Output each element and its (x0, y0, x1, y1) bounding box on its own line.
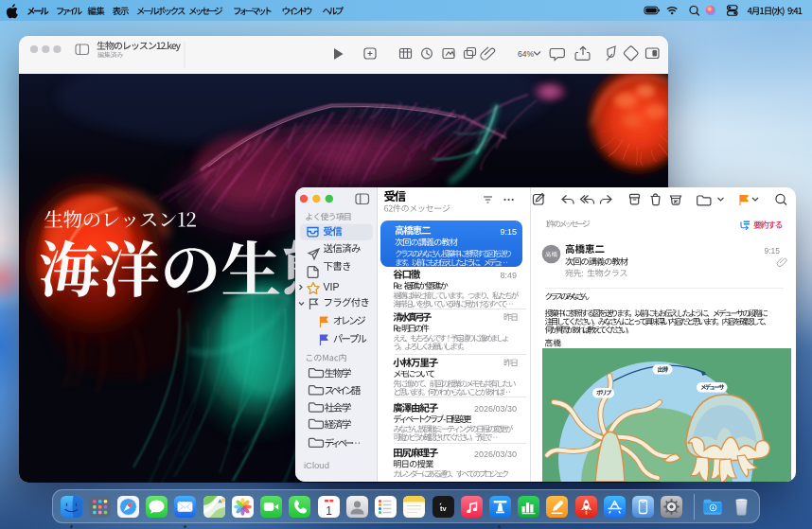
svg-text:tv: tv (440, 504, 447, 513)
svg-text:1: 1 (326, 504, 332, 518)
